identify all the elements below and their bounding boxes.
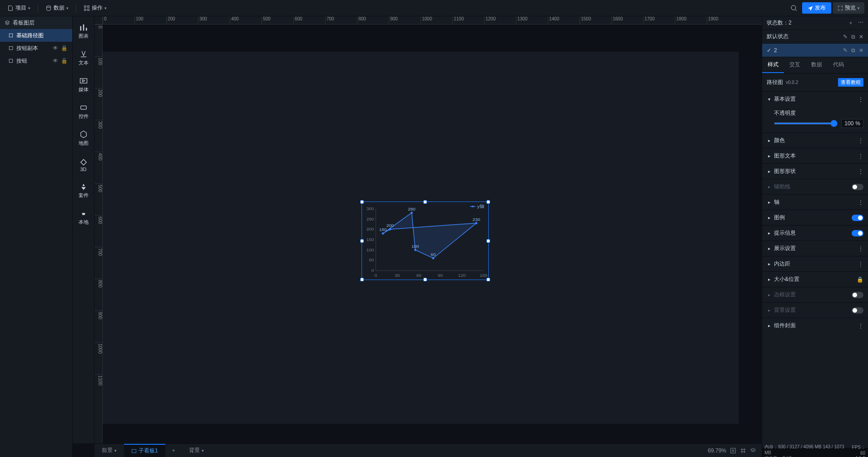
- comp-本地[interactable]: 本地: [79, 207, 89, 227]
- resize-handle-ne[interactable]: [486, 200, 490, 204]
- section-sizepos-header[interactable]: ▸ 大小&位置 🔒: [762, 272, 868, 287]
- lock-icon[interactable]: 🔒: [857, 276, 863, 283]
- menu-project[interactable]: 项目 ▾: [4, 2, 34, 14]
- resize-handle-e[interactable]: [486, 239, 490, 243]
- fit-icon[interactable]: [730, 447, 736, 454]
- close-icon[interactable]: ✕: [859, 34, 863, 40]
- ruler-tick: 1500: [580, 16, 591, 25]
- tab-background[interactable]: 背景 ▾: [182, 444, 211, 457]
- caret-right-icon: ▸: [767, 292, 771, 297]
- prop-tab-交互[interactable]: 交互: [784, 57, 806, 73]
- comp-媒体[interactable]: 媒体: [79, 74, 89, 95]
- grid-snap-icon[interactable]: [740, 447, 746, 454]
- menu-data[interactable]: 数据 ▾: [42, 2, 72, 14]
- component-icon: [8, 58, 14, 64]
- menu-ops[interactable]: 操作 ▾: [80, 2, 110, 14]
- ruler-tick: 300: [198, 16, 207, 25]
- lock-icon[interactable]: 🔒: [61, 58, 68, 64]
- ruler-tick: 900: [94, 310, 103, 319]
- prop-tab-样式[interactable]: 样式: [762, 57, 784, 73]
- comp-地图[interactable]: 地图: [79, 128, 89, 148]
- comp-控件[interactable]: 控件: [79, 101, 89, 122]
- edit-icon[interactable]: ✎: [843, 47, 848, 54]
- state-item-0[interactable]: 默认状态 ✎ ⧉ ✕: [762, 30, 868, 44]
- ruler-tick: 200: [166, 16, 175, 25]
- section-toggle[interactable]: [852, 215, 863, 221]
- resize-handle-nw[interactable]: [360, 200, 364, 204]
- more-icon[interactable]: ⋮: [858, 261, 863, 267]
- add-state-button[interactable]: ＋: [848, 19, 853, 27]
- section-padding: ▸ 内边距 ⋮: [762, 256, 868, 271]
- section-toggle[interactable]: [852, 292, 863, 298]
- more-icon[interactable]: ⋮: [858, 323, 863, 329]
- resize-handle-n[interactable]: [423, 200, 427, 204]
- layers-icon[interactable]: [750, 447, 756, 454]
- comp-文本[interactable]: 文本: [79, 48, 89, 68]
- layer-item-1[interactable]: 按钮副本 👁🔒: [0, 42, 72, 54]
- status-fps: FPS：60: [848, 444, 865, 456]
- publish-button[interactable]: 发布: [802, 2, 831, 14]
- svg-text:150: 150: [480, 273, 487, 278]
- layers-icon: [5, 20, 10, 25]
- zoom-level: 69.79%: [708, 447, 726, 454]
- section-guide-header[interactable]: ▸ 辅助线: [762, 179, 868, 194]
- section-tooltip-header[interactable]: ▸ 提示信息: [762, 226, 868, 241]
- layer-item-2[interactable]: 按钮 👁🔒: [0, 54, 72, 67]
- canvas-viewport[interactable]: 0501001502002503000306090120150180280100…: [103, 25, 762, 443]
- section-display-header[interactable]: ▸ 展示设置 ⋮: [762, 241, 868, 256]
- section-axis-header[interactable]: ▸ 轴 ⋮: [762, 195, 868, 210]
- prop-tab-代码[interactable]: 代码: [828, 57, 849, 73]
- more-icon[interactable]: ⋮: [858, 168, 863, 175]
- opacity-unit: %: [855, 120, 860, 127]
- copy-icon[interactable]: ⧉: [851, 34, 855, 40]
- section-toggle[interactable]: [852, 307, 863, 314]
- selected-chart-widget[interactable]: 0501001502002503000306090120150180280100…: [362, 201, 489, 280]
- menu-project-label: 项目: [15, 4, 26, 12]
- section-basic-header[interactable]: ▾ 基本设置 ⋮: [762, 92, 868, 107]
- copy-icon[interactable]: ⧉: [851, 47, 855, 54]
- eye-icon[interactable]: 👁: [53, 45, 58, 51]
- section-gshape-header[interactable]: ▸ 图形形状 ⋮: [762, 164, 868, 179]
- section-bg-header[interactable]: ▸ 背景设置: [762, 303, 868, 318]
- comp-图表[interactable]: 图表: [79, 21, 89, 41]
- opacity-slider[interactable]: [774, 123, 838, 124]
- search-button[interactable]: [788, 2, 800, 15]
- resize-handle-sw[interactable]: [360, 278, 364, 281]
- section-cover-header[interactable]: ▸ 组件封面 ⋮: [762, 318, 868, 333]
- section-gtext-header[interactable]: ▸ 图形文本 ⋮: [762, 148, 868, 163]
- add-tab-button[interactable]: ＋: [165, 447, 182, 454]
- section-toggle[interactable]: [852, 230, 863, 236]
- section-toggle[interactable]: [852, 184, 863, 190]
- resize-handle-se[interactable]: [486, 278, 490, 281]
- more-icon[interactable]: ⋮: [858, 138, 863, 144]
- eye-icon[interactable]: 👁: [53, 58, 58, 64]
- state-item-1[interactable]: ✓2 ✎ ⧉ ✕: [762, 44, 868, 57]
- resize-handle-s[interactable]: [423, 278, 427, 281]
- prop-tab-数据[interactable]: 数据: [806, 57, 828, 73]
- svg-point-33: [475, 222, 477, 224]
- section-padding-header[interactable]: ▸ 内边距 ⋮: [762, 256, 868, 271]
- close-icon[interactable]: ✕: [859, 47, 863, 54]
- layer-item-0[interactable]: 基础路径图: [0, 29, 72, 42]
- tutorial-button[interactable]: 查看教程: [838, 78, 863, 87]
- comp-3D[interactable]: 3D: [79, 155, 88, 174]
- caret-right-icon: ▸: [767, 153, 771, 158]
- section-legend-header[interactable]: ▸ 图例: [762, 210, 868, 225]
- more-icon[interactable]: ⋮: [858, 153, 863, 159]
- more-icon[interactable]: ⋮: [858, 96, 863, 103]
- caret-right-icon: ▸: [767, 308, 771, 313]
- lock-icon[interactable]: 🔒: [61, 45, 68, 51]
- more-icon[interactable]: ⋮: [858, 199, 863, 206]
- section-color-header[interactable]: ▸ 颜色 ⋮: [762, 133, 868, 148]
- resize-handle-w[interactable]: [360, 239, 364, 243]
- section-label: 边框设置: [774, 291, 796, 299]
- state-more-icon[interactable]: ⋯: [858, 19, 863, 27]
- comp-套件[interactable]: 套件: [79, 180, 89, 201]
- section-border-header[interactable]: ▸ 边框设置: [762, 287, 868, 302]
- edit-icon[interactable]: ✎: [843, 34, 848, 40]
- tab-subboard[interactable]: 子看板1: [124, 444, 165, 457]
- preview-button[interactable]: 预览 ▾: [833, 2, 864, 14]
- more-icon[interactable]: ⋮: [858, 246, 863, 252]
- tab-foreground[interactable]: 前景 ▾: [94, 444, 124, 457]
- ruler-tick: 600: [293, 16, 303, 25]
